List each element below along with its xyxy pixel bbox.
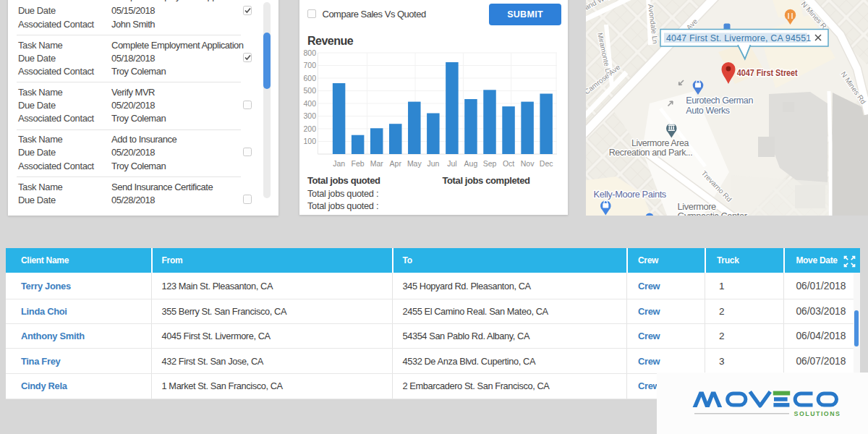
- svg-text:Feb: Feb: [352, 159, 365, 168]
- svg-text:Mar: Mar: [370, 159, 384, 168]
- svg-text:400: 400: [303, 99, 316, 108]
- svg-text:Kelly-Moore Paints: Kelly-Moore Paints: [594, 189, 666, 200]
- svg-text:600: 600: [303, 74, 316, 82]
- svg-text:Sep: Sep: [483, 159, 497, 168]
- svg-text:Dec: Dec: [540, 159, 553, 168]
- svg-text:Jun: Jun: [427, 159, 439, 168]
- svg-text:Gymnastic Center: Gymnastic Center: [678, 210, 748, 216]
- svg-text:Oct: Oct: [503, 159, 514, 168]
- svg-text:700: 700: [303, 61, 316, 69]
- svg-text:800: 800: [303, 48, 316, 57]
- svg-text:4047 First Street: 4047 First Street: [737, 67, 798, 78]
- svg-text:Nov: Nov: [521, 159, 535, 168]
- svg-text:Aug: Aug: [464, 159, 478, 168]
- svg-text:Jul: Jul: [447, 159, 456, 168]
- svg-text:SOLUTIONS: SOLUTIONS: [794, 410, 841, 417]
- svg-text:300: 300: [303, 111, 316, 120]
- svg-text:500: 500: [303, 86, 316, 95]
- svg-text:May: May: [407, 159, 422, 168]
- svg-text:Jan: Jan: [333, 159, 345, 168]
- svg-text:Auto Werks: Auto Werks: [686, 106, 730, 116]
- svg-text:Eurotech German: Eurotech German: [686, 95, 753, 106]
- svg-text:Apr: Apr: [390, 159, 402, 168]
- svg-text:Recreation and Park...: Recreation and Park...: [609, 148, 693, 158]
- svg-text:4047 First St. Livermore, CA 9: 4047 First St. Livermore, CA 94551: [666, 33, 811, 43]
- svg-text:100: 100: [303, 137, 316, 145]
- svg-text:200: 200: [303, 124, 316, 133]
- svg-text:Livermore Area: Livermore Area: [631, 138, 689, 148]
